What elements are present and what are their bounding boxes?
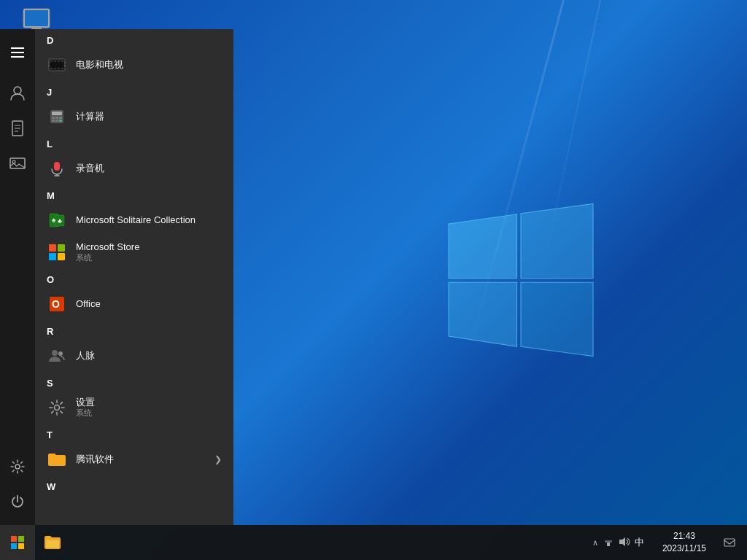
start-button[interactable] <box>0 525 35 560</box>
taskbar-right: ∧ 中 21:43 2023/11 <box>588 525 747 560</box>
speaker-icon[interactable] <box>619 536 630 550</box>
movies-tv-name: 电影和电视 <box>76 59 123 71</box>
svg-marker-3 <box>521 282 593 356</box>
settings-name: 设置 <box>76 397 95 408</box>
sidebar-document-icon[interactable] <box>0 111 35 146</box>
svg-rect-38 <box>54 162 60 171</box>
app-item-recorder[interactable]: 录音机 <box>35 152 233 184</box>
sidebar-photos-icon[interactable] <box>0 146 35 181</box>
svg-rect-10 <box>11 56 24 58</box>
movies-tv-info: 电影和电视 <box>76 59 123 71</box>
svg-rect-56 <box>11 543 17 549</box>
taskbar-file-explorer-button[interactable] <box>35 525 70 560</box>
calculator-icon <box>47 106 67 127</box>
section-header-o: O <box>35 268 233 288</box>
movies-tv-icon <box>47 55 67 75</box>
sidebar-top <box>0 35 35 181</box>
settings-info: 设置 系统 <box>76 397 95 419</box>
section-header-l: L <box>35 133 233 152</box>
sidebar <box>0 29 35 525</box>
ms-store-info: Microsoft Store 系统 <box>76 241 139 264</box>
people-icon <box>47 346 67 366</box>
clock-date: 2023/11/15 <box>662 542 706 555</box>
svg-rect-36 <box>55 120 58 122</box>
section-header-s: S <box>35 372 233 392</box>
svg-rect-31 <box>52 112 62 115</box>
svg-rect-20 <box>64 62 66 63</box>
svg-rect-37 <box>59 120 62 122</box>
svg-marker-0 <box>449 214 517 279</box>
svg-rect-29 <box>61 68 63 69</box>
tencent-chevron-icon: ❯ <box>214 454 222 464</box>
system-tray: ∧ 中 <box>588 536 651 550</box>
svg-rect-47 <box>49 253 56 260</box>
svg-text:♣: ♣ <box>58 217 62 225</box>
tencent-folder-left: 腾讯软件 <box>47 449 114 470</box>
hamburger-menu-button[interactable] <box>0 35 35 70</box>
ms-store-icon <box>47 242 67 262</box>
notification-button[interactable] <box>718 525 741 560</box>
svg-rect-57 <box>18 543 24 549</box>
section-header-m: M <box>35 184 233 204</box>
svg-rect-58 <box>46 540 59 548</box>
sidebar-power-icon[interactable] <box>0 484 35 519</box>
svg-rect-27 <box>54 68 56 69</box>
svg-point-53 <box>55 405 60 411</box>
recorder-name: 录音机 <box>76 163 104 174</box>
app-item-calculator[interactable]: 计算器 <box>35 101 233 133</box>
app-item-settings[interactable]: 设置 系统 <box>35 392 233 424</box>
app-item-office[interactable]: O Office <box>35 288 233 320</box>
ms-store-sub: 系统 <box>76 252 139 263</box>
sidebar-user-icon[interactable] <box>0 76 35 111</box>
svg-rect-22 <box>50 61 53 62</box>
svg-rect-60 <box>605 540 612 542</box>
office-name: Office <box>76 298 101 310</box>
solitaire-icon: ♠ ♣ <box>47 210 67 230</box>
people-name: 人脉 <box>76 350 95 362</box>
svg-marker-2 <box>449 282 517 346</box>
svg-rect-45 <box>49 244 56 252</box>
ms-store-name: Microsoft Store <box>76 241 139 253</box>
calculator-info: 计算器 <box>76 111 104 122</box>
svg-rect-34 <box>59 117 62 119</box>
ime-label[interactable]: 中 <box>635 536 646 549</box>
svg-rect-55 <box>18 536 24 542</box>
network-icon[interactable] <box>603 537 614 549</box>
app-item-people[interactable]: 人脉 <box>35 340 233 372</box>
svg-point-15 <box>15 464 20 469</box>
app-list: D <box>35 29 233 525</box>
svg-rect-24 <box>58 61 60 62</box>
windows-logo-desktop <box>441 200 601 360</box>
svg-rect-9 <box>11 52 24 53</box>
tray-chevron-icon[interactable]: ∧ <box>592 538 598 548</box>
svg-rect-62 <box>724 539 735 546</box>
recorder-icon <box>47 158 67 179</box>
svg-marker-1 <box>521 204 593 279</box>
people-info: 人脉 <box>76 350 95 362</box>
settings-sub: 系统 <box>76 408 95 419</box>
svg-rect-59 <box>607 542 610 546</box>
settings-icon <box>47 397 67 418</box>
recorder-info: 录音机 <box>76 163 104 174</box>
app-item-tencent[interactable]: 腾讯软件 ❯ <box>35 443 233 475</box>
svg-rect-35 <box>52 120 55 122</box>
svg-rect-54 <box>11 536 17 542</box>
svg-rect-23 <box>54 61 56 62</box>
svg-text:O: O <box>52 298 60 310</box>
app-item-solitaire[interactable]: ♠ ♣ Microsoft Solitaire Collection <box>35 204 233 236</box>
app-item-ms-store[interactable]: Microsoft Store 系统 <box>35 236 233 268</box>
svg-rect-8 <box>11 47 24 49</box>
tencent-name: 腾讯软件 <box>76 453 114 466</box>
taskbar-clock[interactable]: 21:43 2023/11/15 <box>657 530 712 555</box>
section-header-w: W <box>35 475 233 495</box>
sidebar-settings-icon[interactable] <box>0 449 35 484</box>
solitaire-name: Microsoft Solitaire Collection <box>76 214 196 226</box>
app-item-movies-tv[interactable]: 电影和电视 <box>35 49 233 81</box>
section-header-d: D <box>35 29 233 49</box>
svg-rect-28 <box>58 68 60 69</box>
svg-rect-25 <box>61 61 63 62</box>
desktop: 此电脑 <box>0 0 747 560</box>
svg-rect-33 <box>55 117 58 119</box>
svg-rect-5 <box>25 10 48 26</box>
svg-rect-21 <box>64 65 66 66</box>
